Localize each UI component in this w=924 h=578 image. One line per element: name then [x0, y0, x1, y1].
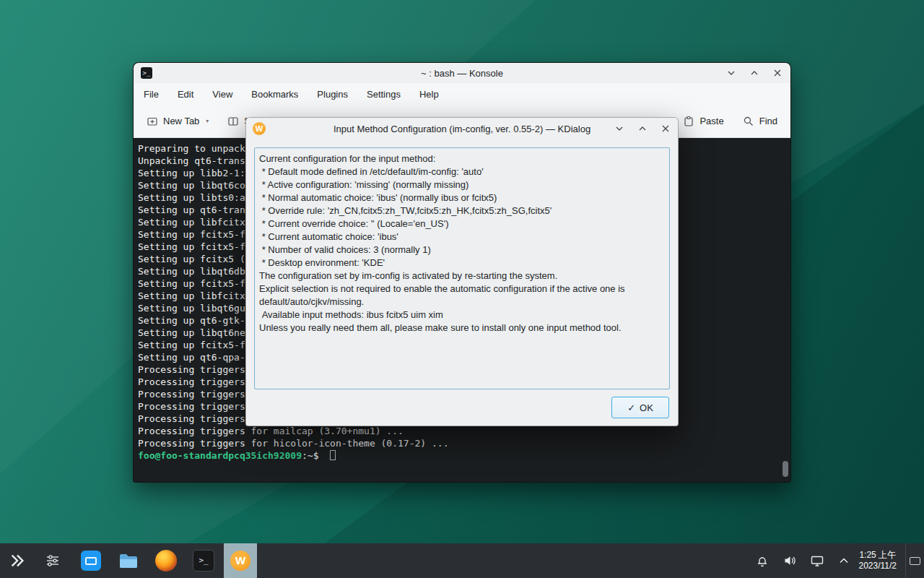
- dialog-text-line: Current configuration for the input meth…: [259, 152, 665, 165]
- blue-app-task-button[interactable]: [77, 543, 105, 578]
- paste-label: Paste: [699, 116, 723, 126]
- konsole-window-title: ~ : bash — Konsole: [134, 68, 790, 79]
- show-desktop-icon: [910, 557, 920, 565]
- clock-widget[interactable]: 1:25 上午 2023/11/2: [859, 550, 897, 571]
- clock-time: 1:25 上午: [859, 550, 897, 561]
- terminal-output-line: Processing triggers for hicolor-icon-the…: [138, 437, 788, 449]
- sliders-icon: [45, 553, 61, 569]
- taskbar-panel: >_ W 1:25 上午 2023/11/2: [0, 543, 924, 578]
- dialog-text-line: Available input methods: ibus fcitx5 uim…: [259, 309, 665, 322]
- terminal-prompt-line: foo@foo-standardpcq35ich92009:~$: [138, 449, 788, 462]
- blue-app-icon: [81, 551, 101, 571]
- firefox-icon: [155, 550, 177, 571]
- dialog-text-line: The configuration set by im-config is ac…: [259, 269, 665, 282]
- menu-item[interactable]: Edit: [178, 89, 193, 100]
- find-label: Find: [759, 116, 777, 126]
- clock-date: 2023/11/2: [859, 561, 897, 571]
- new-tab-label: New Tab: [163, 116, 199, 126]
- dialog-text-line: Explicit selection is not required to en…: [259, 282, 665, 309]
- dialog-text-line: * Current automatic choice: 'ibus': [259, 230, 665, 243]
- konsole-icon: >_: [141, 67, 152, 79]
- dialog-text-line: Unless you really need them all, please …: [259, 322, 665, 335]
- minimize-icon[interactable]: [725, 67, 737, 79]
- check-icon: ✓: [627, 402, 635, 413]
- search-icon: [743, 116, 754, 127]
- prompt-path: :~$: [302, 450, 324, 461]
- konsole-titlebar[interactable]: >_ ~ : bash — Konsole: [134, 63, 790, 83]
- kdialog-window: W Input Method Configuration (im-config,…: [245, 117, 679, 426]
- app-launcher-button[interactable]: [3, 543, 32, 578]
- chevron-down-icon: ▾: [206, 118, 209, 124]
- task-manager-settings-button[interactable]: [40, 543, 65, 578]
- volume-icon[interactable]: [783, 553, 797, 568]
- dialog-text-line: * Default mode defined in /etc/default/i…: [259, 165, 665, 178]
- display-icon[interactable]: [810, 553, 824, 568]
- terminal-output-line: Processing triggers for mailcap (3.70+nm…: [138, 425, 788, 437]
- kdialog-titlebar[interactable]: W Input Method Configuration (im-config,…: [246, 118, 678, 139]
- close-icon[interactable]: [660, 123, 671, 134]
- menu-item[interactable]: Settings: [367, 89, 401, 100]
- menu-item[interactable]: Help: [419, 89, 439, 100]
- app-launcher-icon: [9, 553, 25, 569]
- find-button[interactable]: Find: [743, 116, 777, 127]
- folder-icon: [118, 550, 139, 571]
- paste-icon: [683, 116, 694, 127]
- notifications-icon[interactable]: [755, 553, 770, 568]
- menu-item[interactable]: File: [144, 89, 159, 100]
- terminal-scrollbar[interactable]: [783, 461, 788, 477]
- konsole-icon: >_: [193, 550, 214, 571]
- konsole-task-button[interactable]: >_: [188, 543, 219, 578]
- dialog-text-line: * Desktop environment: 'KDE': [259, 256, 665, 269]
- new-tab-button[interactable]: New Tab ▾: [147, 116, 209, 127]
- menu-item[interactable]: Plugins: [317, 89, 348, 100]
- system-tray: [755, 553, 850, 568]
- close-icon[interactable]: [772, 67, 783, 79]
- maximize-icon[interactable]: [749, 67, 760, 79]
- dialog-message-textview[interactable]: Current configuration for the input meth…: [254, 147, 670, 389]
- kdialog-active-task-button[interactable]: W: [224, 543, 257, 578]
- desktop-wallpaper: >_ ~ : bash — Konsole FileEditViewBookma…: [0, 0, 924, 578]
- maximize-icon[interactable]: [637, 123, 648, 134]
- dialog-text-line: * Current override choice: '' (Locale='e…: [259, 217, 665, 230]
- prompt-user-host: foo@foo-standardpcq35ich92009: [138, 450, 302, 461]
- im-config-icon: W: [230, 551, 250, 571]
- im-config-icon: W: [253, 122, 266, 135]
- dolphin-task-button[interactable]: [114, 543, 143, 578]
- ok-button-label: OK: [640, 402, 653, 413]
- dialog-text-line: * Normal automatic choice: 'ibus' (norma…: [259, 191, 665, 204]
- dialog-text-line: * Number of valid choices: 3 (normally 1…: [259, 243, 665, 256]
- show-desktop-button[interactable]: [905, 543, 924, 578]
- firefox-task-button[interactable]: [152, 543, 180, 578]
- menu-item[interactable]: View: [212, 89, 232, 100]
- menu-item[interactable]: Bookmarks: [251, 89, 298, 100]
- dialog-text-line: * Override rule: 'zh_CN,fcitx5:zh_TW,fci…: [259, 204, 665, 217]
- expand-tray-arrow-icon[interactable]: [837, 554, 850, 567]
- new-tab-icon: [147, 116, 158, 127]
- konsole-menubar: FileEditViewBookmarksPluginsSettingsHelp: [134, 83, 790, 105]
- split-view-icon: [227, 116, 239, 127]
- terminal-cursor: [330, 450, 336, 460]
- ok-button[interactable]: ✓ OK: [611, 397, 669, 418]
- minimize-icon[interactable]: [614, 123, 625, 134]
- dialog-text-line: * Active configuration: 'missing' (norma…: [259, 178, 665, 191]
- paste-button[interactable]: Paste: [683, 116, 723, 127]
